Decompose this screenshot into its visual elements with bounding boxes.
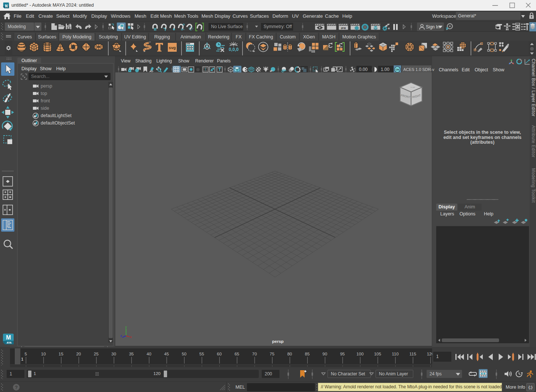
- svg-text:AYA: AYA: [5, 6, 8, 8]
- svg-text:ON: ON: [396, 68, 399, 71]
- svg-text:0,0,0: 0,0,0: [229, 47, 239, 52]
- svg-text:TOP: TOP: [410, 86, 415, 88]
- svg-text:svg: svg: [169, 45, 176, 50]
- svg-text:z: z: [121, 334, 122, 338]
- svg-text:M: M: [6, 334, 11, 341]
- svg-text:y: y: [125, 326, 127, 329]
- svg-text:AYA: AYA: [7, 341, 12, 344]
- svg-text:{;}: {;}: [528, 385, 532, 389]
- svg-text:x: x: [130, 335, 132, 339]
- svg-text:IPR: IPR: [341, 27, 346, 30]
- svg-text:?: ?: [15, 385, 18, 390]
